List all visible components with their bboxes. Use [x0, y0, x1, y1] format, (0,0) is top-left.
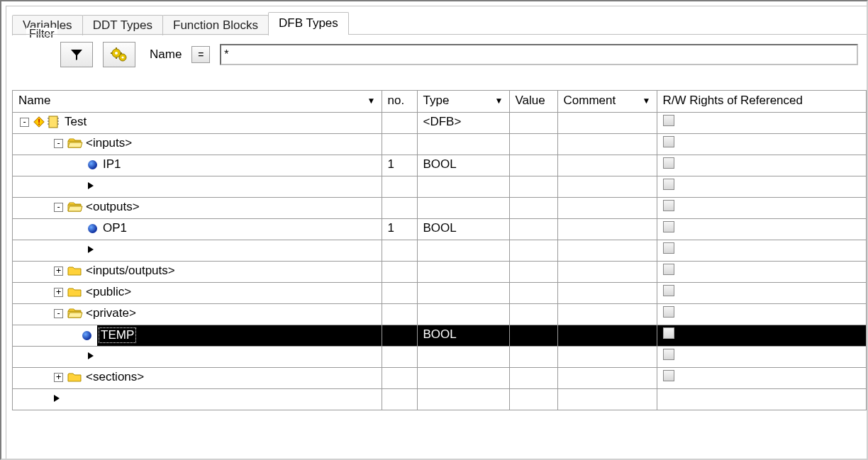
rw-checkbox[interactable] — [663, 200, 674, 211]
node-label[interactable]: Test — [65, 115, 87, 129]
node-label[interactable]: <inputs> — [86, 136, 132, 150]
rw-checkbox[interactable] — [663, 370, 674, 381]
cell-value — [509, 261, 557, 282]
node-label[interactable]: OP1 — [103, 221, 127, 235]
cell-no — [382, 367, 417, 388]
folder-closed-icon — [67, 265, 82, 276]
cell-value — [509, 240, 557, 261]
cell-no — [382, 112, 417, 133]
filter-funnel-button[interactable] — [60, 42, 93, 67]
cell-no — [382, 388, 417, 410]
cell-rw — [657, 112, 867, 133]
cell-no: 1 — [382, 218, 417, 240]
cell-type — [417, 176, 509, 197]
table-row[interactable]: -<inputs> — [13, 133, 867, 155]
expand-button[interactable]: + — [54, 373, 63, 382]
cell-comment — [557, 197, 657, 218]
table-row[interactable]: +<sections> — [13, 367, 867, 388]
collapse-button[interactable]: - — [20, 118, 29, 127]
filter-input[interactable] — [221, 45, 857, 64]
filter-gears-button[interactable] — [103, 42, 135, 67]
rw-checkbox[interactable] — [663, 264, 674, 275]
node-label[interactable]: <inputs/outputs> — [86, 264, 175, 278]
column-header-rw[interactable]: R/W Rights of Referenced — [657, 91, 867, 112]
table-row[interactable]: +<inputs/outputs> — [13, 261, 867, 282]
tab-dfb-types[interactable]: DFB Types — [268, 12, 349, 35]
node-label[interactable]: IP1 — [103, 157, 121, 172]
node-label[interactable]: <public> — [86, 285, 131, 299]
insert-marker-icon — [88, 182, 94, 189]
collapse-button[interactable]: - — [54, 203, 63, 212]
cell-comment — [557, 240, 657, 261]
rw-checkbox[interactable] — [663, 242, 674, 254]
table-row[interactable]: -<outputs> — [13, 197, 867, 218]
tab-ddt-types[interactable]: DDT Types — [82, 15, 163, 35]
folder-closed-icon — [67, 286, 82, 298]
cell-type — [417, 346, 509, 367]
chevron-down-icon: ▼ — [642, 96, 651, 106]
column-header-type[interactable]: Type▼ — [417, 91, 509, 112]
cell-no — [382, 282, 417, 303]
table-row[interactable] — [13, 240, 867, 261]
cell-type — [417, 282, 509, 303]
cell-type: <DFB> — [417, 112, 509, 133]
table-row[interactable]: OP11BOOL — [13, 218, 867, 240]
filter-operator-button[interactable]: = — [191, 46, 210, 63]
cell-comment — [557, 325, 657, 346]
cell-no — [382, 261, 417, 282]
cell-comment — [557, 112, 657, 133]
cell-type — [417, 303, 509, 325]
node-label[interactable]: <outputs> — [86, 200, 140, 214]
rw-checkbox[interactable] — [663, 157, 674, 169]
column-header-name[interactable]: Name▼ — [13, 91, 382, 112]
insert-marker-icon — [88, 246, 94, 253]
node-label[interactable]: <private> — [86, 306, 136, 320]
cell-no — [382, 303, 417, 325]
rw-checkbox[interactable] — [663, 349, 674, 360]
table-row[interactable] — [13, 388, 867, 410]
rw-checkbox[interactable] — [663, 136, 674, 147]
table-row[interactable]: -<private> — [13, 303, 867, 325]
tab-function-blocks[interactable]: Function Blocks — [162, 15, 269, 35]
rw-checkbox[interactable] — [663, 179, 674, 190]
cell-no — [382, 133, 417, 155]
window-frame: Variables DDT Types Function Blocks DFB … — [0, 0, 868, 460]
cell-rw — [657, 367, 867, 388]
column-header-no[interactable]: no. — [382, 91, 417, 112]
cell-rw — [657, 133, 867, 155]
cell-value — [509, 155, 557, 176]
node-label[interactable]: <sections> — [86, 370, 144, 384]
gears-icon — [110, 46, 128, 63]
rw-checkbox[interactable] — [663, 285, 674, 296]
cell-rw — [657, 218, 867, 240]
cell-rw — [657, 261, 867, 282]
insert-marker-icon — [88, 352, 94, 359]
rw-checkbox[interactable] — [663, 221, 674, 232]
rw-checkbox[interactable] — [663, 306, 674, 318]
svg-point-1 — [115, 52, 118, 55]
node-label[interactable]: TEMP — [99, 327, 136, 343]
cell-rw — [657, 197, 867, 218]
cell-comment — [557, 176, 657, 197]
table-row[interactable] — [13, 346, 867, 367]
expand-button[interactable]: + — [54, 288, 63, 297]
column-header-value[interactable]: Value — [509, 91, 557, 112]
table-row[interactable]: TEMPBOOL — [13, 325, 867, 346]
cell-no — [382, 346, 417, 367]
collapse-button[interactable]: - — [54, 309, 63, 318]
table-row[interactable]: +<public> — [13, 282, 867, 303]
table-row[interactable] — [13, 176, 867, 197]
cell-value — [509, 112, 557, 133]
table-row[interactable]: IP11BOOL — [13, 155, 867, 176]
cell-value — [509, 367, 557, 388]
rw-checkbox[interactable] — [663, 327, 674, 339]
collapse-button[interactable]: - — [54, 139, 63, 148]
table-row[interactable]: -Test<DFB> — [13, 112, 867, 133]
cell-type — [417, 261, 509, 282]
expand-button[interactable]: + — [54, 267, 63, 276]
rw-checkbox[interactable] — [663, 115, 674, 126]
folder-open-icon — [67, 138, 82, 149]
cell-comment — [557, 133, 657, 155]
column-header-comment[interactable]: Comment▼ — [557, 91, 657, 112]
funnel-icon — [69, 47, 84, 62]
